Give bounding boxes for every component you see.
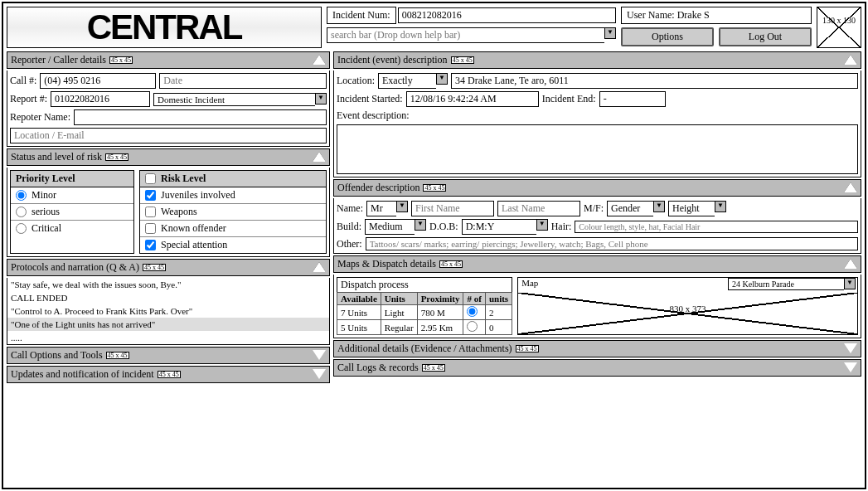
dropdown-icon[interactable]: ▼ [436, 73, 448, 85]
incident-num-label: Incident Num: [327, 7, 396, 24]
event-desc-label: Event description: [337, 109, 410, 122]
collapse-icon[interactable] [844, 182, 857, 192]
collapse-icon[interactable] [844, 55, 857, 65]
mf-label: M/F: [584, 202, 604, 215]
incident-panel-header[interactable]: Incident (event) description 45 x 45 [333, 51, 861, 69]
call-logs-panel-header[interactable]: Call Logs & records 45 x 45 [333, 359, 861, 377]
title-select[interactable] [366, 201, 396, 216]
name-label: Name: [337, 202, 363, 215]
gender-select[interactable] [607, 201, 653, 216]
app-logo: CENTRAL [7, 7, 322, 48]
hair-label: Hair: [551, 221, 572, 233]
table-row: 5 UnitsRegular2.95 Km0 [337, 320, 512, 335]
dob-label: D.O.B: [429, 221, 458, 233]
dispatch-process-title: Dispatch process [337, 277, 512, 292]
risk-special-check[interactable] [145, 240, 156, 250]
started-input[interactable] [406, 91, 539, 107]
reporter-panel-header[interactable]: Reporter / Caller details 45 x 45 [7, 51, 330, 69]
table-row: 7 UnitsLight780 M2 [337, 305, 512, 320]
user-name-display: User Name: Drake S [621, 7, 812, 24]
location-email-input[interactable] [10, 128, 327, 143]
height-select[interactable] [668, 201, 715, 216]
dropdown-icon[interactable]: ▼ [415, 219, 426, 231]
collapse-icon[interactable] [844, 259, 857, 269]
collapse-icon[interactable] [313, 152, 326, 162]
resize-icon: 45 x 45 [451, 56, 474, 64]
other-input[interactable] [366, 237, 858, 250]
incident-num-input[interactable] [398, 7, 616, 23]
dropdown-icon[interactable]: ▼ [315, 93, 327, 105]
status-panel-header[interactable]: Status and level of risk 45 x 45 [7, 148, 330, 166]
dropdown-icon[interactable]: ▼ [536, 219, 548, 231]
dob-select[interactable] [462, 219, 536, 235]
report-num-input[interactable] [51, 91, 150, 107]
collapse-icon[interactable] [313, 262, 326, 272]
resize-icon: 45 x 45 [106, 352, 129, 359]
risk-weapons-check[interactable] [145, 207, 156, 217]
build-select[interactable] [365, 219, 415, 235]
call-options-panel-header[interactable]: Call Options and Tools 45 x 45 [7, 347, 330, 364]
dropdown-icon[interactable]: ▼ [653, 201, 665, 212]
resize-icon: 45 x 45 [516, 345, 539, 352]
search-dropdown-icon[interactable]: ▼ [604, 27, 616, 39]
first-name-input[interactable] [411, 201, 494, 216]
search-input[interactable] [327, 27, 604, 43]
map-address-select[interactable] [728, 278, 844, 290]
dropdown-icon[interactable]: ▼ [715, 201, 726, 212]
address-input[interactable] [451, 73, 858, 89]
resize-icon: 45 x 45 [109, 56, 133, 64]
end-label: Incident End: [542, 93, 596, 105]
priority-critical-radio[interactable] [16, 223, 27, 234]
location-type-select[interactable] [378, 73, 436, 89]
call-num-label: Call #: [10, 75, 36, 87]
expand-icon[interactable] [844, 362, 857, 372]
risk-master-check[interactable] [145, 173, 156, 185]
started-label: Incident Started: [337, 93, 403, 105]
options-button[interactable]: Options [621, 27, 714, 46]
location-label: Location: [337, 75, 375, 87]
resize-icon: 45 x 45 [422, 364, 445, 372]
end-input[interactable] [599, 91, 666, 107]
report-num-label: Report #: [10, 93, 47, 105]
risk-juveniles-check[interactable] [145, 190, 156, 201]
offender-panel-header[interactable]: Offender description 45 x 45 [333, 179, 861, 197]
resize-icon: 45 x 45 [423, 184, 446, 192]
hair-input[interactable] [575, 221, 858, 233]
event-desc-textarea[interactable] [337, 124, 858, 174]
last-name-input[interactable] [497, 201, 580, 216]
map-placeholder[interactable]: Map ▼ 830 x 373 [517, 277, 858, 335]
resize-icon: 45 x 45 [143, 264, 166, 271]
avatar-placeholder: 130 x 130 [817, 7, 861, 48]
build-label: Build: [337, 221, 361, 233]
report-type-select[interactable] [153, 93, 315, 106]
reporter-name-input[interactable] [74, 109, 327, 125]
narration-log: "Stay safe, we deal with the issues soon… [7, 278, 330, 345]
priority-minor-radio[interactable] [16, 190, 27, 201]
dropdown-icon[interactable]: ▼ [844, 278, 856, 289]
updates-panel-header[interactable]: Updates and notification of incident 45 … [7, 366, 330, 383]
protocols-panel-header[interactable]: Protocols and narration (Q & A) 45 x 45 [7, 259, 330, 276]
call-num-input[interactable] [40, 73, 156, 89]
dispatch-panel-header[interactable]: Maps & Dispatch details 45 x 45 [333, 255, 861, 273]
collapse-icon[interactable] [313, 55, 326, 65]
resize-icon: 45 x 45 [439, 260, 463, 268]
other-label: Other: [337, 238, 362, 250]
dispatch-row-radio[interactable] [467, 321, 478, 332]
resize-icon: 45 x 45 [158, 371, 181, 378]
reporter-name-label: Repoter Name: [10, 111, 70, 124]
dropdown-icon[interactable]: ▼ [396, 201, 408, 212]
dispatch-table: AvailableUnitsProximity# ofunits 7 Units… [337, 292, 512, 335]
logout-button[interactable]: Log Out [719, 27, 812, 46]
expand-icon[interactable] [313, 369, 326, 379]
expand-icon[interactable] [313, 350, 326, 360]
dispatch-row-radio[interactable] [467, 306, 478, 317]
priority-serious-radio[interactable] [16, 207, 27, 217]
resize-icon: 45 x 45 [105, 153, 129, 161]
additional-panel-header[interactable]: Additional details (Evidence / Attachmen… [333, 340, 861, 357]
risk-known-check[interactable] [145, 223, 156, 234]
date-input[interactable] [159, 73, 327, 89]
expand-icon[interactable] [844, 343, 857, 353]
priority-title: Priority Level [11, 171, 133, 187]
